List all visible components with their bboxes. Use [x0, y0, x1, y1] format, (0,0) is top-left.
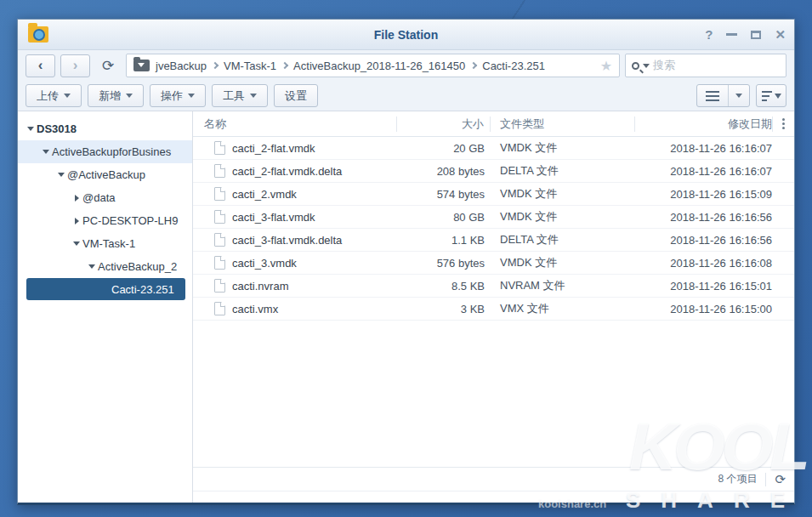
file-icon: [214, 164, 225, 178]
file-date: 2018-11-26 16:16:07: [635, 165, 772, 178]
sidebar-item-pc-desktop[interactable]: PC-DESKTOP-LH9: [18, 209, 192, 232]
tools-button[interactable]: 工具: [212, 84, 268, 107]
back-button[interactable]: ‹: [26, 54, 55, 77]
settings-button[interactable]: 设置: [274, 84, 318, 107]
tree-item-label: DS3018: [37, 122, 77, 135]
file-icon: [214, 187, 225, 201]
sidebar-item-data[interactable]: @data: [18, 186, 192, 209]
file-name: cacti_2-flat.vmdk.delta: [232, 165, 342, 178]
sort-button[interactable]: [756, 84, 786, 107]
navigation-bar: ‹ › ⟳ jveBackup VM-Task-1 ActiveBackup_2…: [18, 50, 794, 81]
search-options-caret-icon[interactable]: [643, 64, 650, 71]
desktop-background: File Station ? ✕ ‹ › ⟳ jveBackup VM-Task…: [0, 0, 812, 517]
chevron-down-icon: [188, 94, 195, 101]
table-row[interactable]: cacti_2.vmdk 574 bytes VMDK 文件 2018-11-2…: [193, 183, 794, 206]
tree-expand-icon[interactable]: [71, 195, 82, 202]
file-icon: [214, 256, 225, 270]
file-type: VMDK 文件: [491, 186, 635, 202]
sort-arrow-icon: [775, 94, 781, 102]
file-station-window: File Station ? ✕ ‹ › ⟳ jveBackup VM-Task…: [17, 19, 795, 505]
table-header: 名称 大小 文件类型 修改日期: [193, 111, 794, 137]
refresh-button[interactable]: ⟳: [95, 54, 121, 77]
sidebar-item-vm-task-1[interactable]: VM-Task-1: [18, 232, 192, 255]
file-size: 80 GB: [397, 211, 491, 224]
file-size: 3 KB: [397, 303, 491, 315]
maximize-icon[interactable]: [751, 31, 761, 39]
sidebar-item-cacti-selected[interactable]: Cacti-23.251: [26, 278, 185, 300]
file-name: cacti_3-flat.vmdk: [232, 211, 315, 224]
file-type: DELTA 文件: [491, 232, 635, 247]
upload-button[interactable]: 上传: [26, 84, 82, 107]
file-name: cacti_2-flat.vmdk: [232, 142, 315, 155]
column-header-date[interactable]: 修改日期: [635, 116, 772, 132]
tree-collapse-icon[interactable]: [55, 169, 67, 180]
close-icon[interactable]: ✕: [775, 28, 786, 41]
chevron-down-icon: [64, 94, 71, 101]
breadcrumb[interactable]: jveBackup VM-Task-1 ActiveBackup_2018-11…: [126, 54, 620, 77]
toolbar: 上传 新增 操作 工具 设置: [18, 81, 794, 111]
chevron-right-icon: [212, 62, 219, 69]
tools-button-label: 工具: [223, 88, 245, 104]
list-view-icon[interactable]: [697, 85, 729, 106]
file-icon: [214, 210, 225, 224]
action-button[interactable]: 操作: [150, 84, 206, 107]
table-row[interactable]: cacti_3-flat.vmdk.delta 1.1 KB DELTA 文件 …: [193, 229, 794, 252]
tree-collapse-icon[interactable]: [71, 238, 82, 249]
breadcrumb-item[interactable]: VM-Task-1: [224, 60, 276, 72]
chevron-down-icon: [126, 94, 133, 101]
forward-button[interactable]: ›: [60, 54, 90, 77]
view-mode-caret-icon[interactable]: [729, 90, 749, 101]
file-size: 20 GB: [397, 142, 491, 155]
action-button-label: 操作: [161, 88, 183, 104]
divider: [765, 473, 766, 486]
search-icon: [632, 62, 639, 70]
table-row[interactable]: cacti_2-flat.vmdk 20 GB VMDK 文件 2018-11-…: [193, 137, 794, 160]
file-type: VMDK 文件: [491, 140, 635, 156]
status-refresh-icon[interactable]: ⟳: [775, 472, 786, 487]
file-type: DELTA 文件: [491, 163, 635, 179]
file-type: VMDK 文件: [491, 255, 635, 270]
settings-button-label: 设置: [285, 88, 307, 104]
breadcrumb-item[interactable]: Cacti-23.251: [482, 60, 545, 72]
column-options-icon[interactable]: [772, 116, 794, 132]
favorite-star-icon[interactable]: ★: [593, 58, 612, 74]
file-type: VMDK 文件: [491, 209, 635, 224]
breadcrumb-item[interactable]: jveBackup: [156, 60, 207, 72]
status-bar: 8 个项目 ⟳: [193, 467, 794, 491]
file-icon: [214, 279, 225, 293]
folder-tree-sidebar: DS3018 ActiveBackupforBusines @ActiveBac…: [18, 111, 193, 503]
tree-collapse-icon[interactable]: [25, 123, 37, 134]
tree-item-label: ActiveBackup_2: [98, 260, 177, 273]
table-row[interactable]: cacti.vmx 3 KB VMX 文件 2018-11-26 16:15:0…: [193, 298, 794, 321]
file-size: 1.1 KB: [397, 234, 491, 247]
table-row[interactable]: cacti_3-flat.vmdk 80 GB VMDK 文件 2018-11-…: [193, 206, 794, 229]
breadcrumb-folder-icon[interactable]: [133, 60, 150, 71]
titlebar[interactable]: File Station ? ✕: [18, 20, 794, 50]
file-size: 576 bytes: [397, 257, 491, 270]
view-mode-split-button[interactable]: [696, 84, 750, 107]
column-header-name[interactable]: 名称: [193, 116, 397, 132]
tree-expand-icon[interactable]: [71, 218, 82, 224]
upload-button-label: 上传: [37, 88, 59, 104]
breadcrumb-item[interactable]: ActiveBackup_2018-11-26_161450: [293, 60, 465, 72]
sidebar-item-activebackupforbusiness[interactable]: ActiveBackupforBusines: [18, 140, 192, 163]
file-date: 2018-11-26 16:15:00: [635, 303, 772, 315]
tree-collapse-icon[interactable]: [40, 146, 52, 157]
sidebar-item-ds3018[interactable]: DS3018: [18, 117, 192, 140]
help-icon[interactable]: ?: [705, 28, 713, 41]
search-input[interactable]: 搜索: [625, 54, 786, 77]
column-header-type[interactable]: 文件类型: [491, 116, 635, 132]
file-date: 2018-11-26 16:15:01: [635, 280, 772, 293]
create-button[interactable]: 新增: [88, 84, 144, 107]
file-icon: [214, 233, 225, 247]
chevron-right-icon: [470, 62, 477, 69]
sidebar-item-activebackup[interactable]: @ActiveBackup: [18, 163, 192, 186]
table-row[interactable]: cacti_3.vmdk 576 bytes VMDK 文件 2018-11-2…: [193, 252, 794, 275]
tree-collapse-icon[interactable]: [86, 261, 98, 272]
minimize-icon[interactable]: [726, 33, 737, 36]
table-row[interactable]: cacti_2-flat.vmdk.delta 208 bytes DELTA …: [193, 160, 794, 183]
column-header-size[interactable]: 大小: [397, 116, 491, 132]
table-row[interactable]: cacti.nvram 8.5 KB NVRAM 文件 2018-11-26 1…: [193, 275, 794, 298]
sidebar-item-activebackup-snapshot[interactable]: ActiveBackup_2: [18, 255, 192, 278]
file-size: 574 bytes: [397, 188, 491, 201]
